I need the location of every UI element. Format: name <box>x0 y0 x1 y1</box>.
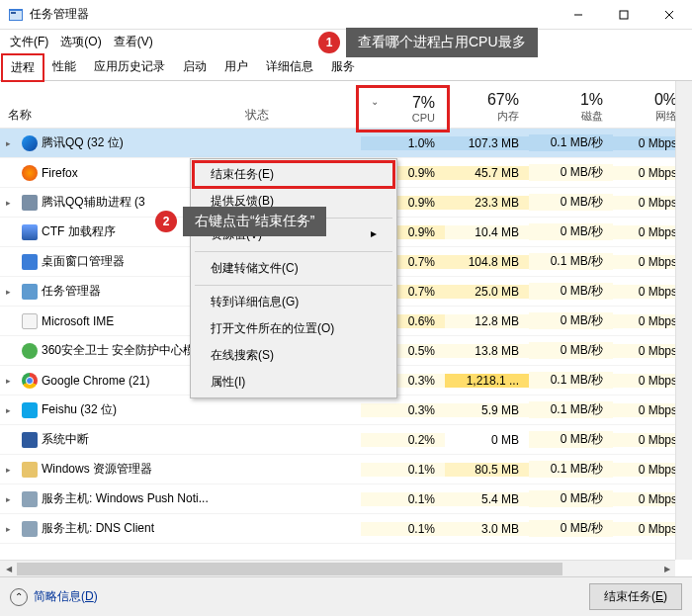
expand-arrow-icon[interactable]: ▸ <box>6 287 18 297</box>
expand-arrow-icon[interactable]: ▸ <box>6 465 18 475</box>
process-row[interactable]: ▸服务主机: Windows Push Noti...0.1%5.4 MB0 M… <box>0 484 692 514</box>
tab-3[interactable]: 启动 <box>174 53 216 80</box>
annotation-badge-1: 1 <box>318 32 340 53</box>
annotation-badge-2: 2 <box>155 211 177 232</box>
memory-cell: 45.7 MB <box>445 166 529 180</box>
menu-view[interactable]: 查看(V) <box>108 32 159 52</box>
context-menu-item[interactable]: 属性(I) <box>193 369 394 396</box>
context-menu-item[interactable]: 在线搜索(S) <box>193 342 394 369</box>
net-total-pct: 0% <box>654 91 677 109</box>
scroll-track[interactable] <box>17 561 658 577</box>
context-menu-item[interactable]: 结束任务(E) <box>193 161 394 188</box>
tab-0[interactable]: 进程 <box>2 54 43 81</box>
minimize-button[interactable] <box>556 0 601 30</box>
process-name: Windows 资源管理器 <box>42 461 152 478</box>
process-name: 服务主机: Windows Push Noti... <box>42 490 209 507</box>
close-button[interactable] <box>647 0 692 30</box>
annotation-1: 1 查看哪个进程占用CPU最多 <box>318 28 538 57</box>
process-name-cell: ▸Feishu (32 位) <box>0 401 237 418</box>
memory-cell: 104.8 MB <box>445 255 529 269</box>
sort-indicator-icon: ⌄ <box>371 96 379 107</box>
context-menu-separator <box>195 285 392 286</box>
svg-rect-4 <box>620 11 628 19</box>
mem-label: 内存 <box>497 109 519 124</box>
expand-arrow-icon[interactable]: ▸ <box>6 138 18 148</box>
process-row[interactable]: ▸Feishu (32 位)0.3%5.9 MB0.1 MB/秒0 Mbps <box>0 396 692 425</box>
expand-arrow-icon[interactable]: ▸ <box>6 524 18 534</box>
process-name-cell: ▸腾讯QQ (32 位) <box>0 134 237 151</box>
disk-cell: 0 MB/秒 <box>529 312 613 329</box>
svg-rect-2 <box>11 12 16 14</box>
disk-cell: 0 MB/秒 <box>529 431 613 448</box>
table-header: 名称 状态 ⌄ 7% CPU 67% 内存 1% 磁盘 0% 网络 <box>0 81 692 129</box>
footer-left: ⌃ 简略信息(D) <box>10 588 589 606</box>
disk-cell: 0.1 MB/秒 <box>529 372 613 389</box>
disk-cell: 0 MB/秒 <box>529 490 613 507</box>
process-name-cell: ▸服务主机: DNS Client <box>0 520 237 537</box>
process-row[interactable]: ▸腾讯QQ (32 位)1.0%107.3 MB0.1 MB/秒0 Mbps <box>0 129 692 158</box>
process-icon <box>22 165 38 181</box>
context-menu-item[interactable]: 转到详细信息(G) <box>193 289 394 315</box>
collapse-icon[interactable]: ⌃ <box>10 588 28 606</box>
end-task-button[interactable]: 结束任务(E) <box>589 583 682 610</box>
menu-file[interactable]: 文件(F) <box>4 32 54 52</box>
scroll-right-button[interactable]: ▶ <box>658 561 675 577</box>
tab-1[interactable]: 性能 <box>43 53 85 80</box>
memory-cell: 1,218.1 ... <box>445 374 529 388</box>
col-disk[interactable]: 1% 磁盘 <box>529 87 613 128</box>
disk-cell: 0 MB/秒 <box>529 194 613 211</box>
process-icon <box>22 254 38 270</box>
net-label: 网络 <box>655 109 677 124</box>
vertical-scrollbar[interactable] <box>675 81 692 560</box>
brief-info-link[interactable]: 简略信息(D) <box>34 588 98 605</box>
process-name: 系统中断 <box>42 431 89 448</box>
menu-options[interactable]: 选项(O) <box>54 32 107 52</box>
col-cpu[interactable]: ⌄ 7% CPU <box>361 90 445 128</box>
tabstrip: 进程性能应用历史记录启动用户详细信息服务 <box>0 53 692 81</box>
tab-5[interactable]: 详细信息 <box>257 53 322 80</box>
process-name: 腾讯QQ (32 位) <box>42 134 124 151</box>
context-menu-item[interactable]: 打开文件所在的位置(O) <box>193 315 394 342</box>
annotation-text-2: 右键点击“结束任务” <box>183 207 326 236</box>
process-icon <box>22 521 38 537</box>
expand-arrow-icon[interactable]: ▸ <box>6 405 18 415</box>
context-menu-item[interactable]: 创建转储文件(C) <box>193 255 394 282</box>
process-name: 桌面窗口管理器 <box>42 253 125 270</box>
maximize-button[interactable] <box>601 0 647 30</box>
memory-cell: 5.9 MB <box>445 403 529 417</box>
col-memory[interactable]: 67% 内存 <box>445 87 529 128</box>
col-name[interactable]: 名称 <box>0 103 237 128</box>
annotation-text-1: 查看哪个进程占用CPU最多 <box>346 28 538 57</box>
memory-cell: 25.0 MB <box>445 285 529 299</box>
memory-cell: 10.4 MB <box>445 225 529 239</box>
disk-cell: 0 MB/秒 <box>529 520 613 537</box>
expand-arrow-icon[interactable]: ▸ <box>6 494 18 504</box>
process-icon <box>22 195 38 211</box>
disk-cell: 0 MB/秒 <box>529 342 613 359</box>
scroll-left-button[interactable]: ◀ <box>0 561 17 577</box>
memory-cell: 3.0 MB <box>445 522 529 536</box>
horizontal-scrollbar[interactable]: ◀ ▶ <box>0 560 675 576</box>
tab-6[interactable]: 服务 <box>322 53 364 80</box>
tab-4[interactable]: 用户 <box>216 53 257 80</box>
submenu-arrow-icon: ▸ <box>371 226 377 240</box>
disk-cell: 0 MB/秒 <box>529 283 613 300</box>
process-row[interactable]: ▸Windows 资源管理器0.1%80.5 MB0.1 MB/秒0 Mbps <box>0 455 692 484</box>
tab-2[interactable]: 应用历史记录 <box>85 53 174 80</box>
process-row[interactable]: 系统中断0.2%0 MB0 MB/秒0 Mbps <box>0 425 692 455</box>
process-name: Feishu (32 位) <box>42 401 117 418</box>
process-name-cell: ▸Windows 资源管理器 <box>0 461 237 478</box>
expand-arrow-icon[interactable]: ▸ <box>6 198 18 208</box>
footer: ⌃ 简略信息(D) 结束任务(E) <box>0 576 692 616</box>
scroll-thumb[interactable] <box>17 563 562 575</box>
process-name: 服务主机: DNS Client <box>42 520 154 537</box>
process-name: CTF 加载程序 <box>42 223 116 240</box>
col-status[interactable]: 状态 <box>237 103 361 128</box>
process-icon <box>22 462 38 478</box>
titlebar: 任务管理器 <box>0 0 692 30</box>
process-row[interactable]: ▸服务主机: DNS Client0.1%3.0 MB0 MB/秒0 Mbps <box>0 514 692 544</box>
memory-cell: 12.8 MB <box>445 314 529 328</box>
expand-arrow-icon[interactable]: ▸ <box>6 376 18 386</box>
window-title: 任务管理器 <box>30 6 556 23</box>
disk-label: 磁盘 <box>581 109 603 124</box>
